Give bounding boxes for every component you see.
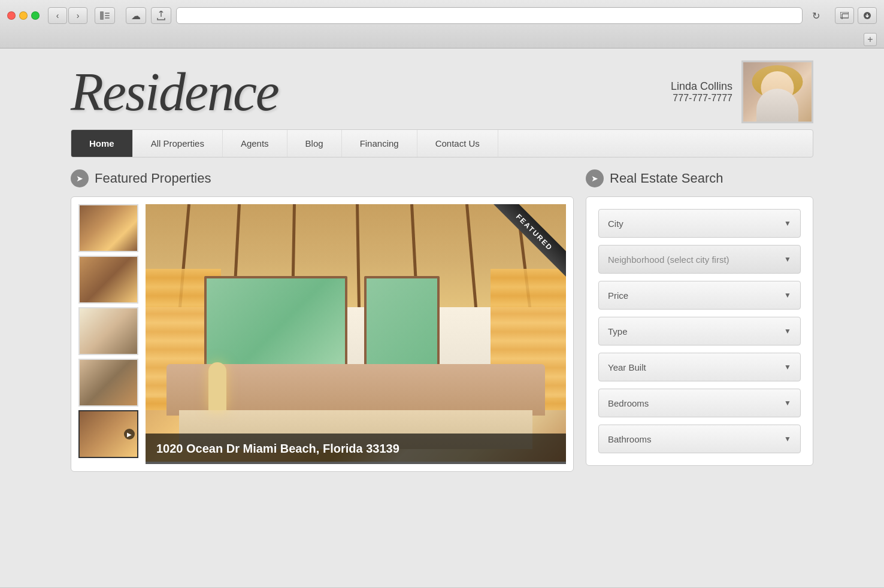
- search-section: ➤ Real Estate Search City ▼ Neighborhood…: [586, 169, 813, 472]
- browser-chrome: ‹ › ☁ ↻: [0, 0, 884, 49]
- price-dropdown-arrow-icon: ▼: [784, 291, 791, 299]
- featured-ribbon: FEATURED: [488, 204, 566, 279]
- featured-section-title: Featured Properties: [95, 171, 211, 186]
- property-address: 1020 Ocean Dr Miami Beach, Florida 33139: [156, 442, 399, 455]
- logo-area: Residence: [71, 65, 671, 119]
- site-logo: Residence: [71, 65, 671, 119]
- main-content: ➤ Featured Properties: [71, 169, 813, 472]
- thumbnail-2[interactable]: [78, 256, 138, 304]
- traffic-lights: [7, 11, 40, 20]
- city-dropdown[interactable]: City ▼: [598, 209, 801, 238]
- type-dropdown[interactable]: Type ▼: [598, 317, 801, 345]
- thumbnail-1[interactable]: [78, 204, 138, 252]
- bathrooms-dropdown-arrow-icon: ▼: [784, 435, 791, 443]
- share-button[interactable]: [151, 7, 171, 24]
- page-wrapper: Residence Linda Collins 777-777-7777 Hom…: [0, 49, 884, 587]
- city-dropdown-arrow-icon: ▼: [784, 219, 791, 228]
- main-image-container: FEATURED 1020 Ocean Dr Miami Beach, Flor…: [146, 204, 566, 464]
- thumbnail-list: ▶: [78, 204, 138, 464]
- reload-button[interactable]: ↻: [807, 7, 824, 24]
- bedrooms-dropdown-label: Bedrooms: [608, 398, 649, 408]
- neighborhood-dropdown-label: Neighborhood (select city first): [608, 254, 729, 265]
- browser-nav-buttons: ‹ ›: [48, 7, 87, 24]
- thumbnail-4[interactable]: [78, 359, 138, 407]
- browser-titlebar: ‹ › ☁ ↻: [0, 0, 884, 31]
- svg-rect-0: [100, 11, 104, 20]
- bathrooms-dropdown[interactable]: Bathrooms ▼: [598, 425, 801, 453]
- search-section-header: ➤ Real Estate Search: [586, 169, 813, 187]
- neighborhood-dropdown-arrow-icon: ▼: [784, 255, 791, 263]
- nav-item-financing[interactable]: Financing: [342, 130, 417, 157]
- search-box: City ▼ Neighborhood (select city first) …: [586, 196, 813, 466]
- nav-item-home[interactable]: Home: [71, 130, 133, 157]
- thumbnail-3[interactable]: [78, 307, 138, 355]
- download-button[interactable]: [858, 7, 877, 24]
- agent-phone: 777-777-7777: [671, 93, 732, 104]
- lamp: [208, 362, 226, 410]
- svg-rect-3: [105, 17, 110, 19]
- minimize-button[interactable]: [19, 11, 28, 20]
- featured-ribbon-container: FEATURED: [470, 204, 566, 300]
- website-container: Residence Linda Collins 777-777-7777 Hom…: [59, 49, 825, 484]
- nav-item-blog[interactable]: Blog: [287, 130, 342, 157]
- back-button[interactable]: ‹: [48, 7, 67, 24]
- search-section-arrow-icon: ➤: [586, 169, 604, 187]
- tab-manager-button[interactable]: [835, 7, 854, 24]
- close-button[interactable]: [7, 11, 16, 20]
- new-tab-button[interactable]: +: [864, 33, 877, 46]
- nav-item-agents[interactable]: Agents: [223, 130, 287, 157]
- featured-section-arrow-icon: ➤: [71, 169, 89, 187]
- type-dropdown-label: Type: [608, 326, 628, 337]
- forward-button[interactable]: ›: [68, 7, 87, 24]
- site-nav: Home All Properties Agents Blog Financin…: [71, 129, 813, 157]
- property-card: ▶: [71, 196, 574, 472]
- agent-photo: [741, 60, 813, 123]
- sidebar-toggle-button[interactable]: [95, 7, 115, 24]
- featured-section: ➤ Featured Properties: [71, 169, 574, 472]
- featured-section-header: ➤ Featured Properties: [71, 169, 574, 187]
- cloud-button[interactable]: ☁: [126, 7, 146, 24]
- search-section-title: Real Estate Search: [610, 171, 723, 186]
- agent-info: Linda Collins 777-777-7777: [671, 60, 813, 123]
- bedrooms-dropdown[interactable]: Bedrooms ▼: [598, 389, 801, 417]
- address-bar-container: ☁ ↻: [120, 7, 830, 24]
- neighborhood-dropdown[interactable]: Neighborhood (select city first) ▼: [598, 245, 801, 274]
- property-address-overlay: 1020 Ocean Dr Miami Beach, Florida 33139: [146, 434, 566, 464]
- price-dropdown[interactable]: Price ▼: [598, 281, 801, 310]
- nav-item-contact-us[interactable]: Contact Us: [417, 130, 498, 157]
- year-built-dropdown-label: Year Built: [608, 362, 646, 372]
- year-built-dropdown-arrow-icon: ▼: [784, 363, 791, 371]
- bedrooms-dropdown-arrow-icon: ▼: [784, 399, 791, 407]
- thumbnail-5[interactable]: ▶: [78, 410, 138, 458]
- address-bar[interactable]: [176, 7, 803, 24]
- tab-bar: +: [0, 31, 884, 48]
- thumbnail-nav-arrow[interactable]: ▶: [124, 429, 135, 440]
- agent-details: Linda Collins 777-777-7777: [671, 80, 732, 104]
- svg-rect-1: [105, 13, 110, 14]
- site-header: Residence Linda Collins 777-777-7777: [71, 49, 813, 129]
- type-dropdown-arrow-icon: ▼: [784, 327, 791, 335]
- svg-rect-4: [840, 12, 849, 18]
- main-property-image: FEATURED: [146, 204, 566, 462]
- browser-right-controls: [835, 7, 877, 24]
- city-dropdown-label: City: [608, 219, 623, 229]
- svg-rect-2: [105, 15, 110, 16]
- price-dropdown-label: Price: [608, 290, 628, 301]
- agent-name: Linda Collins: [671, 80, 732, 93]
- nav-item-all-properties[interactable]: All Properties: [133, 130, 223, 157]
- fullscreen-button[interactable]: [31, 11, 40, 20]
- year-built-dropdown[interactable]: Year Built ▼: [598, 353, 801, 381]
- bathrooms-dropdown-label: Bathrooms: [608, 434, 652, 444]
